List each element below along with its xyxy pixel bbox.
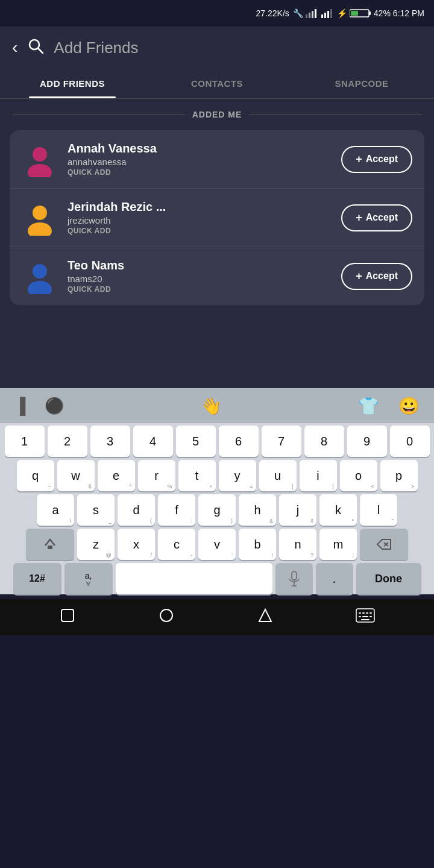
key-c[interactable]: c-	[158, 529, 195, 560]
svg-rect-19	[48, 546, 52, 549]
key-t[interactable]: t+	[178, 460, 216, 491]
svg-point-13	[33, 147, 47, 162]
status-bar: 27.22K/s 🔧 ⚡ 42% 6:12 PM	[0, 0, 434, 27]
key-x[interactable]: x/	[118, 529, 155, 560]
accept-button-0[interactable]: + Accept	[341, 146, 412, 173]
key-0[interactable]: 0	[390, 426, 430, 457]
back-icon[interactable]: ‹	[12, 38, 17, 57]
friend-info-2: Teo Nams tnams20 QUICK ADD	[68, 259, 332, 294]
asdf-row: a\ s_ d( f: g) h& j# k* l"	[1, 494, 433, 526]
tab-add-friends[interactable]: ADD FRIENDS	[0, 69, 145, 98]
symbols-key[interactable]: 12#	[13, 563, 61, 594]
svg-rect-1	[309, 13, 310, 18]
key-q[interactable]: q~	[17, 460, 54, 491]
quick-add-label-0: QUICK ADD	[68, 168, 332, 177]
svg-point-16	[28, 222, 52, 236]
network-speed: 27.22K/s	[256, 8, 289, 18]
key-s[interactable]: s_	[77, 494, 115, 526]
friend-name-0: Annah Vanessa	[68, 142, 332, 156]
added-me-section: ADDED ME	[0, 99, 434, 130]
avatar-0	[22, 141, 58, 177]
lang-sub: ⮟	[86, 580, 92, 587]
avatar-2	[22, 258, 58, 294]
key-z[interactable]: z@	[77, 529, 115, 560]
done-key[interactable]: Done	[356, 563, 421, 594]
time-display: 6:12 PM	[393, 8, 424, 18]
backspace-key[interactable]	[360, 529, 408, 560]
nav-back-icon[interactable]	[59, 607, 76, 628]
tab-contacts[interactable]: CONTACTS	[145, 69, 289, 98]
search-icon	[27, 37, 44, 58]
mic-key[interactable]	[275, 563, 313, 594]
svg-rect-10	[351, 11, 358, 16]
number-row: 1 2 3 4 5 6 7 8 9 0	[1, 426, 433, 457]
key-h[interactable]: h&	[239, 494, 276, 526]
svg-rect-22	[292, 571, 297, 580]
key-m[interactable]: m;	[319, 529, 357, 560]
key-n[interactable]: n?	[279, 529, 316, 560]
accept-button-2[interactable]: + Accept	[341, 263, 412, 290]
signal2-icon	[321, 8, 335, 18]
key-k[interactable]: k*	[319, 494, 357, 526]
key-w[interactable]: w$	[57, 460, 95, 491]
svg-marker-27	[259, 609, 271, 621]
zxcv-row: z@ x/ c- v' b! n? m;	[1, 529, 433, 560]
key-2[interactable]: 2	[48, 426, 87, 457]
key-l[interactable]: l"	[360, 494, 397, 526]
accept-label-1: Accept	[366, 212, 398, 223]
hand-icon[interactable]: 👋	[201, 396, 222, 416]
avatar-1	[22, 200, 58, 236]
shirt-icon[interactable]: 👕	[358, 396, 379, 416]
key-u[interactable]: u[	[259, 460, 297, 491]
svg-rect-6	[327, 11, 329, 18]
emoji-icon[interactable]: 😀	[398, 396, 420, 416]
accept-label-2: Accept	[366, 271, 398, 281]
svg-point-15	[33, 206, 47, 220]
key-v[interactable]: v'	[198, 529, 236, 560]
tab-snapcode[interactable]: SNAPCODE	[289, 69, 434, 98]
key-f[interactable]: f:	[158, 494, 195, 526]
nav-recents-icon[interactable]	[257, 607, 274, 628]
quick-add-label-2: QUICK ADD	[68, 285, 332, 294]
nav-home-icon[interactable]	[158, 607, 175, 628]
key-r[interactable]: r%	[138, 460, 175, 491]
key-d[interactable]: d(	[118, 494, 155, 526]
svg-rect-5	[324, 13, 326, 18]
key-y[interactable]: y=	[219, 460, 256, 491]
key-7[interactable]: 7	[262, 426, 301, 457]
cursor-icon[interactable]: ▐	[14, 397, 25, 415]
key-p[interactable]: p>	[380, 460, 418, 491]
period-key[interactable]: .	[316, 563, 353, 594]
svg-point-17	[33, 264, 47, 278]
svg-rect-4	[321, 14, 323, 18]
svg-rect-3	[315, 9, 316, 18]
quick-add-label-1: QUICK ADD	[68, 227, 332, 235]
wrench-icon: 🔧	[293, 8, 303, 18]
keyboard-rows: 1 2 3 4 5 6 7 8 9 0 q~ w$ e^ r% t+ y= u[…	[0, 423, 434, 594]
key-a[interactable]: a\	[37, 494, 74, 526]
lang-key[interactable]: a, ⮟	[64, 563, 113, 594]
key-e[interactable]: e^	[98, 460, 135, 491]
key-5[interactable]: 5	[176, 426, 216, 457]
accept-button-1[interactable]: + Accept	[341, 204, 412, 231]
key-1[interactable]: 1	[5, 426, 45, 457]
key-b[interactable]: b!	[239, 529, 276, 560]
key-g[interactable]: g)	[198, 494, 236, 526]
friend-username-2: tnams20	[68, 274, 332, 284]
space-key[interactable]	[116, 563, 272, 594]
key-9[interactable]: 9	[347, 426, 387, 457]
key-3[interactable]: 3	[90, 426, 130, 457]
shift-key[interactable]	[26, 529, 74, 560]
key-6[interactable]: 6	[219, 426, 259, 457]
key-o[interactable]: o<	[340, 460, 377, 491]
key-j[interactable]: j#	[279, 494, 316, 526]
globe-icon[interactable]: ⚫	[45, 397, 64, 415]
key-i[interactable]: i]	[300, 460, 337, 491]
key-4[interactable]: 4	[133, 426, 173, 457]
friend-name-2: Teo Nams	[68, 259, 332, 272]
key-8[interactable]: 8	[304, 426, 344, 457]
kb-tool-left: ▐ ⚫	[14, 397, 64, 415]
search-placeholder[interactable]: Add Friends	[54, 39, 138, 57]
nav-keyboard-icon[interactable]	[356, 608, 375, 627]
section-title: ADDED ME	[192, 110, 242, 119]
